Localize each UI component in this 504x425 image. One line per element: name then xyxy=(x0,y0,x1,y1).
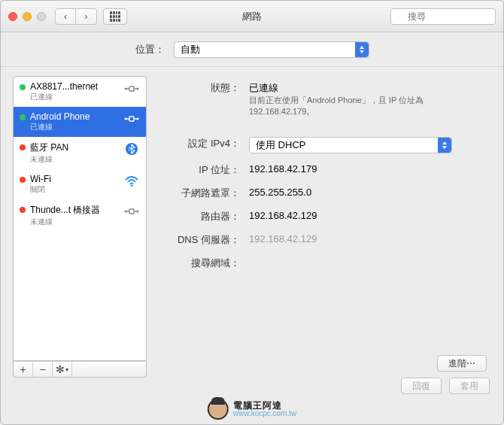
svg-point-9 xyxy=(137,211,139,213)
dns-value: 192.168.42.129 xyxy=(249,231,487,244)
ip-label: IP 位址： xyxy=(157,161,249,177)
traffic-lights xyxy=(8,12,46,21)
advanced-button[interactable]: 進階⋯ xyxy=(437,355,487,372)
service-name: 藍牙 PAN xyxy=(30,141,119,154)
service-item-wifi[interactable]: Wi-Fi 關閉 xyxy=(14,169,146,199)
show-all-button[interactable] xyxy=(103,8,127,25)
router-value: 192.168.42.129 xyxy=(249,208,487,221)
search-input[interactable] xyxy=(390,8,496,25)
service-name: Android Phone xyxy=(30,111,119,122)
service-item-thunderbolt[interactable]: Thunde...t 橋接器 未連線 xyxy=(14,199,146,232)
apply-button[interactable]: 套用 xyxy=(449,378,490,394)
status-dot-icon xyxy=(20,114,26,120)
service-name: Wi-Fi xyxy=(30,174,119,184)
service-status: 已連線 xyxy=(30,122,119,132)
ipv4-value: 使用 DHCP xyxy=(256,138,305,152)
status-dot-icon xyxy=(20,84,26,90)
status-dot-icon xyxy=(20,207,26,213)
watermark-url: www.kocpc.com.tw xyxy=(233,410,296,417)
sidebar-toolbar: + − ✻ xyxy=(13,361,147,378)
ipv4-select[interactable]: 使用 DHCP xyxy=(249,137,452,153)
service-sidebar: AX8817...thernet 已連線 Android Phone 已連線 xyxy=(13,76,147,378)
service-item-android[interactable]: Android Phone 已連線 xyxy=(14,107,146,137)
service-status: 已連線 xyxy=(30,92,119,102)
minimize-icon[interactable] xyxy=(23,12,32,21)
router-label: 路由器： xyxy=(157,208,249,223)
dns-label: DNS 伺服器： xyxy=(157,231,249,247)
status-value: 已連線 xyxy=(249,81,487,95)
service-item-bluetooth[interactable]: 藍牙 PAN 未連線 xyxy=(14,137,146,169)
gear-menu-button[interactable]: ✻ xyxy=(53,362,72,377)
svg-point-2 xyxy=(125,88,127,90)
titlebar: ‹ › 網路 xyxy=(1,1,503,32)
ip-value: 192.168.42.179 xyxy=(249,161,487,175)
watermark-avatar-icon xyxy=(208,399,229,420)
forward-button[interactable]: › xyxy=(76,8,97,25)
remove-service-button[interactable]: − xyxy=(33,362,53,377)
service-status: 關閉 xyxy=(30,184,119,195)
revert-button[interactable]: 回復 xyxy=(401,378,442,394)
nav-back-forward: ‹ › xyxy=(55,8,97,25)
service-status: 未連線 xyxy=(30,154,119,165)
svg-point-8 xyxy=(125,211,127,213)
search-domain-value xyxy=(249,254,487,257)
service-list: AX8817...thernet 已連線 Android Phone 已連線 xyxy=(13,76,147,361)
grid-icon xyxy=(110,11,120,22)
location-value: 自動 xyxy=(181,43,200,56)
service-item-ax8817[interactable]: AX8817...thernet 已連線 xyxy=(14,77,146,107)
service-status: 未連線 xyxy=(30,217,119,227)
svg-point-3 xyxy=(137,88,139,90)
svg-point-5 xyxy=(137,118,139,120)
search-domain-label: 搜尋網域： xyxy=(157,254,249,270)
detail-panel: 狀態： 已連線 目前正在使用「Android Phone」，且 IP 位址為 1… xyxy=(157,76,491,378)
ethernet-icon xyxy=(123,83,140,95)
zoom-icon[interactable] xyxy=(37,12,46,21)
svg-point-7 xyxy=(131,185,133,187)
bluetooth-icon xyxy=(123,143,140,155)
wifi-icon xyxy=(123,175,140,187)
location-row: 位置： 自動 xyxy=(1,32,503,67)
status-dot-icon xyxy=(20,144,26,150)
watermark: 電腦王阿達 www.kocpc.com.tw xyxy=(208,399,296,420)
location-label: 位置： xyxy=(135,43,165,56)
mask-value: 255.255.255.0 xyxy=(249,184,487,198)
service-name: AX8817...thernet xyxy=(30,81,119,92)
service-name: Thunde...t 橋接器 xyxy=(30,204,119,217)
status-description: 目前正在使用「Android Phone」，且 IP 位址為 192.168.4… xyxy=(249,95,452,118)
footer: 進階⋯ 電腦王阿達 www.kocpc.com.tw 回復 套用 xyxy=(1,378,503,424)
status-label: 狀態： xyxy=(157,79,249,95)
close-icon[interactable] xyxy=(8,12,17,21)
status-dot-icon xyxy=(20,177,26,183)
location-select[interactable]: 自動 xyxy=(174,41,369,58)
add-service-button[interactable]: + xyxy=(14,362,33,377)
mask-label: 子網路遮罩： xyxy=(157,184,249,200)
chevron-updown-icon xyxy=(438,138,451,153)
ethernet-icon xyxy=(123,205,140,217)
svg-point-4 xyxy=(125,118,127,120)
ipv4-label: 設定 IPv4： xyxy=(157,135,249,150)
back-button[interactable]: ‹ xyxy=(55,8,76,25)
ethernet-icon xyxy=(123,113,140,125)
chevron-updown-icon xyxy=(355,42,369,57)
